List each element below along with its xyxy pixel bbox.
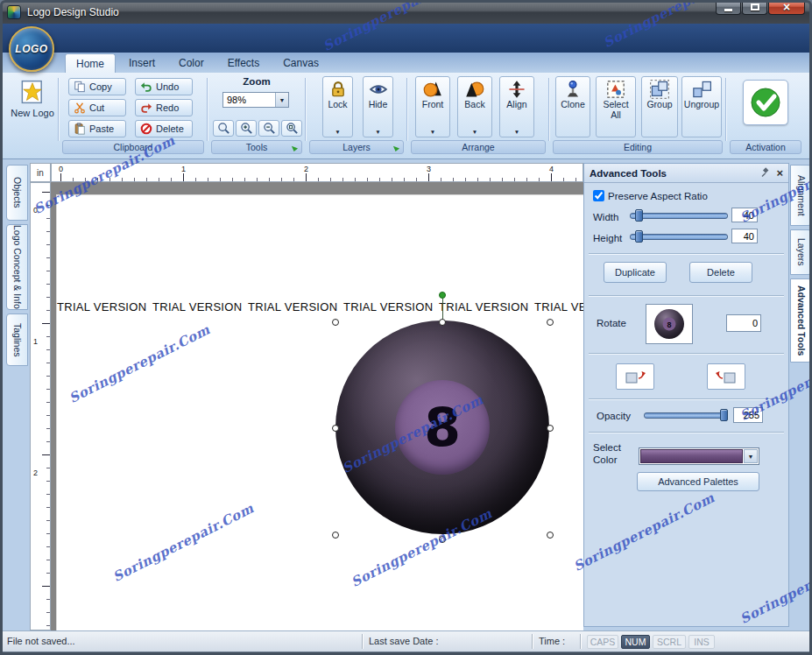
pin-icon[interactable]: [760, 167, 771, 180]
selected-color-swatch[interactable]: [640, 449, 743, 463]
undo-button[interactable]: Undo: [135, 78, 193, 95]
group-new-logo: New Logo: [7, 76, 58, 157]
zoom-level-select[interactable]: ▼: [222, 92, 289, 108]
zoom-fit-button[interactable]: [281, 120, 302, 137]
trial-watermark: TRIAL VERSION: [439, 300, 528, 313]
zoom-in-icon: [240, 122, 253, 135]
zoom-region-icon: [217, 122, 230, 135]
quick-access-toolbar: ?: [0, 24, 812, 53]
lock-dropdown-arrow[interactable]: ▼: [335, 129, 340, 135]
cut-button[interactable]: Cut: [68, 99, 126, 116]
paste-button[interactable]: Paste: [68, 120, 126, 137]
group-activation: Activation: [729, 76, 802, 157]
trial-watermark: TRIAL VERSION: [57, 300, 146, 313]
tab-insert[interactable]: Insert: [118, 53, 166, 73]
width-slider[interactable]: [630, 209, 728, 222]
panel-delete-button[interactable]: Delete: [689, 262, 752, 283]
duplicate-button[interactable]: Duplicate: [604, 262, 667, 283]
front-button[interactable]: Front ▼: [415, 76, 450, 137]
sidebar-tab-objects[interactable]: Objects: [6, 165, 28, 221]
front-dropdown-arrow[interactable]: ▼: [430, 129, 435, 135]
zoom-in-button[interactable]: [236, 120, 257, 137]
trial-watermark: TRIAL VERSION: [534, 300, 583, 313]
delete-button[interactable]: Delete: [135, 120, 193, 137]
select-color-label: Select Color: [593, 442, 635, 467]
eight-ball-circle: 8: [395, 380, 490, 475]
opacity-slider[interactable]: [644, 409, 728, 421]
height-input[interactable]: [731, 229, 758, 243]
group-button[interactable]: Group: [641, 76, 678, 137]
clone-button[interactable]: Clone: [555, 76, 590, 137]
sidebar-tab-taglines[interactable]: Taglines: [6, 313, 28, 366]
color-dropdown-arrow[interactable]: ▼: [744, 449, 758, 463]
layers-launcher-icon[interactable]: [392, 144, 400, 154]
selection-handle-nw[interactable]: [332, 319, 339, 326]
restore-button[interactable]: [742, 0, 767, 15]
rotate-left-button[interactable]: [616, 363, 654, 390]
tab-canvas[interactable]: Canvas: [272, 53, 329, 73]
send-to-back-icon: [465, 80, 484, 99]
width-input[interactable]: [731, 208, 758, 222]
tab-home[interactable]: Home: [65, 53, 116, 73]
rotate-handle[interactable]: [439, 292, 446, 299]
eight-ball-number: 8: [424, 397, 461, 458]
back-button[interactable]: Back ▼: [457, 76, 492, 137]
minimize-button[interactable]: [716, 0, 741, 15]
file-status-text: File not saved...: [7, 636, 75, 646]
selection-handle-s[interactable]: [439, 536, 446, 543]
copy-button[interactable]: Copy: [68, 78, 126, 95]
opacity-slider-thumb[interactable]: [720, 409, 728, 421]
ungroup-button[interactable]: Ungroup: [681, 76, 722, 137]
group-editing: Clone Select All Group Ungroup Editing: [552, 76, 724, 157]
align-button[interactable]: Align ▼: [499, 76, 534, 137]
selection-handle-w[interactable]: [332, 425, 339, 432]
rotate-preview: 8: [646, 304, 693, 344]
canvas-page[interactable]: TRIAL VERSION TRIAL VERSION TRIAL VERSIO…: [56, 194, 583, 630]
activation-button[interactable]: [743, 80, 788, 125]
zoom-level-input[interactable]: [223, 93, 275, 107]
selection-handle-se[interactable]: [547, 532, 554, 539]
align-dropdown-arrow[interactable]: ▼: [514, 129, 519, 135]
hide-button[interactable]: Hide ▼: [363, 76, 393, 137]
selection-handle-n[interactable]: [439, 319, 446, 326]
layers-group-label: Layers: [309, 140, 404, 154]
clipboard-group-label: Clipboard: [62, 140, 204, 154]
tab-color[interactable]: Color: [168, 53, 215, 73]
scrl-indicator: SCRL: [653, 635, 686, 649]
redo-button[interactable]: Redo: [135, 99, 193, 116]
panel-close-icon[interactable]: ×: [776, 167, 783, 179]
panel-tab-layers[interactable]: Layers: [790, 229, 812, 275]
zoom-dropdown-arrow[interactable]: ▼: [275, 93, 288, 107]
new-logo-button[interactable]: New Logo: [11, 78, 54, 139]
tools-launcher-icon[interactable]: [291, 144, 299, 154]
color-select[interactable]: ▼: [639, 447, 759, 465]
panel-tab-advanced-tools[interactable]: Advanced Tools: [790, 278, 812, 363]
sidebar-tab-logo-concept[interactable]: Logo Concept & Info: [6, 224, 28, 310]
zoom-region-button[interactable]: [213, 120, 234, 137]
close-button[interactable]: ×: [768, 0, 805, 15]
selection-handle-sw[interactable]: [332, 532, 339, 539]
width-slider-thumb[interactable]: [635, 209, 643, 222]
hide-dropdown-arrow[interactable]: ▼: [375, 129, 380, 135]
height-slider-thumb[interactable]: [635, 230, 643, 243]
lock-button[interactable]: Lock ▼: [322, 76, 353, 137]
rotate-right-button[interactable]: [707, 363, 745, 390]
zoom-out-button[interactable]: [258, 120, 279, 137]
left-tab-strip: Objects Logo Concept & Info Taglines: [4, 163, 30, 627]
opacity-input[interactable]: [733, 407, 763, 423]
panel-tab-alignment[interactable]: Alignment: [790, 165, 812, 226]
select-all-icon: [606, 80, 625, 99]
selection-handle-ne[interactable]: [547, 319, 554, 326]
tab-effects[interactable]: Effects: [217, 53, 270, 73]
advanced-palettes-button[interactable]: Advanced Palettes: [637, 472, 759, 491]
preserve-aspect-checkbox[interactable]: [593, 190, 604, 201]
zoom-heading: Zoom: [210, 76, 303, 87]
selection-handle-e[interactable]: [547, 425, 554, 432]
select-all-button[interactable]: Select All: [596, 76, 636, 137]
height-slider[interactable]: [630, 230, 728, 243]
eight-ball-object[interactable]: 8: [335, 320, 549, 534]
zoom-fit-icon: [286, 122, 299, 135]
canvas-viewport: TRIAL VERSION TRIAL VERSION TRIAL VERSIO…: [51, 182, 583, 630]
rotate-input[interactable]: [726, 314, 761, 332]
back-dropdown-arrow[interactable]: ▼: [472, 129, 477, 135]
